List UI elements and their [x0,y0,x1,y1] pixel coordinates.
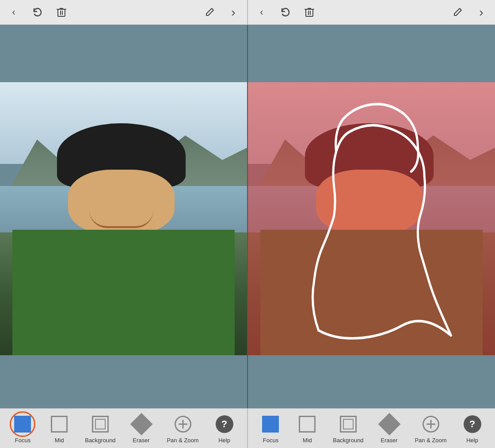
background-icon-left [92,416,109,433]
right-panel [248,25,495,408]
tool-background-left[interactable]: Background [80,410,120,446]
undo-button-right[interactable] [279,6,292,19]
person-area-left [12,123,235,355]
background-icon-wrap-left [89,413,111,435]
help-icon-left: ? [216,415,233,433]
left-bottom-space [0,355,247,408]
pan-label-right: Pan & Zoom [415,437,446,444]
mid-icon-right [299,416,316,433]
tool-focus-right[interactable]: Focus [255,410,286,446]
pan-icon-right [423,416,439,433]
eraser-icon-left [130,413,152,436]
next-button-left[interactable]: › [227,6,240,19]
pan-icon-wrap-left [172,413,194,435]
next-button-right[interactable]: › [475,6,488,19]
focus-active-ring [10,411,35,437]
help-icon-wrap-right: ? [461,413,484,435]
tool-pan-right[interactable]: Pan & Zoom [410,410,451,446]
focus-icon-wrap-left [11,413,34,435]
prev-button-right[interactable]: ‹ [255,6,268,19]
mid-label-left: Mid [55,437,64,444]
focus-icon-wrap-right [259,413,282,435]
help-icon-right: ? [464,415,481,433]
face-right [316,170,423,235]
mid-icon-left [51,416,68,433]
background-icon-wrap-right [337,413,359,435]
right-bottom-tools: Focus Mid Background Eraser [248,409,495,448]
eraser-icon-right [378,413,400,436]
tool-background-right[interactable]: Background [328,410,368,446]
right-top-space [248,25,495,82]
pan-icon-left [175,416,191,433]
pan-label-left: Pan & Zoom [167,437,198,444]
tool-help-left[interactable]: ? Help [209,410,240,446]
focus-label-left: Focus [15,437,30,444]
background-label-right: Background [333,437,363,444]
delete-button-right[interactable] [303,6,316,19]
eraser-label-left: Eraser [133,437,149,444]
tool-eraser-left[interactable]: Eraser [126,410,157,446]
left-toolbar: ‹ [0,0,248,24]
undo-button[interactable] [31,6,44,19]
left-photo [0,82,247,355]
shirt-right [260,230,483,355]
top-toolbar: ‹ [0,0,495,25]
left-top-space [0,25,247,82]
right-photo [248,82,495,355]
tool-pan-left[interactable]: Pan & Zoom [162,410,203,446]
svg-rect-0 [58,9,65,16]
svg-rect-4 [306,9,313,16]
focus-icon-right [262,416,279,433]
prev-button[interactable]: ‹ [7,6,20,19]
left-toolbar-actions: › [203,6,240,19]
help-label-right: Help [466,437,478,444]
bottom-toolbar: Focus Mid Background Eraser [0,408,495,448]
pan-icon-wrap-right [420,413,442,435]
left-bottom-tools: Focus Mid Background Eraser [0,409,248,448]
help-label-left: Help [218,437,230,444]
left-toolbar-nav: ‹ [7,6,68,19]
right-toolbar-actions: › [451,6,488,19]
focus-label-right: Focus [263,437,278,444]
right-bottom-space [248,355,495,408]
mid-icon-wrap-left [48,413,70,435]
background-icon-right [340,416,357,433]
mid-label-right: Mid [303,437,312,444]
eraser-icon-wrap-right [378,413,400,435]
tool-help-right[interactable]: ? Help [457,410,488,446]
person-area-right [260,123,483,355]
eraser-icon-wrap-left [130,413,152,435]
edit-button-left[interactable] [203,6,216,19]
right-toolbar: ‹ [248,0,495,24]
edit-button-right[interactable] [451,6,464,19]
left-photo-container [0,82,247,355]
tool-focus-left[interactable]: Focus [7,410,38,446]
tool-mid-right[interactable]: Mid [292,410,323,446]
background-label-left: Background [85,437,115,444]
help-icon-wrap-left: ? [213,413,236,435]
right-photo-container [248,82,495,355]
left-panel [0,25,248,408]
eraser-label-right: Eraser [381,437,397,444]
face-left [68,170,175,235]
tool-mid-left[interactable]: Mid [44,410,75,446]
right-toolbar-nav: ‹ [255,6,316,19]
delete-button[interactable] [55,6,68,19]
main-content [0,25,495,408]
mid-icon-wrap-right [296,413,318,435]
tool-eraser-right[interactable]: Eraser [374,410,405,446]
